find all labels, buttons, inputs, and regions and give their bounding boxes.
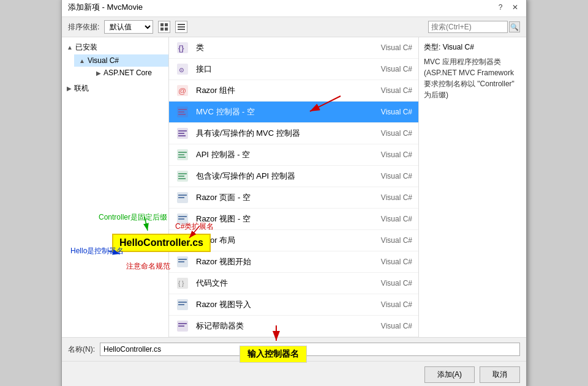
svg-rect-31: [178, 197, 184, 198]
item-category: Visual C#: [369, 193, 412, 202]
svg-text:⊙: ⊙: [179, 67, 184, 73]
list-view-button[interactable]: [175, 21, 187, 33]
item-category: Visual C#: [369, 43, 412, 52]
svg-rect-15: [178, 111, 184, 113]
item-name: 接口: [196, 64, 363, 75]
svg-rect-26: [178, 173, 187, 174]
list-item[interactable]: Razor 页面 - 空Visual C#: [169, 187, 418, 209]
item-name: Razor 布局: [196, 235, 363, 246]
svg-rect-18: [178, 130, 187, 132]
search-area: 🔍: [428, 21, 520, 33]
grid-view-button[interactable]: [158, 21, 170, 33]
sort-label: 排序依据:: [68, 22, 99, 32]
toolbar: 排序依据: 默认值 🔍: [62, 17, 526, 37]
main-content: ▲ 已安装 ▲ Visual C# ▶ ASP.NET Core ▶ 联机: [62, 37, 526, 337]
item-category: Visual C#: [369, 86, 412, 95]
item-icon: [175, 126, 190, 141]
type-description: MVC 应用程序控制器类(ASP.NET MVC Framework 要求控制名…: [424, 56, 521, 100]
item-name: Razor 视图 - 空: [196, 213, 363, 225]
svg-text:@: @: [178, 86, 186, 95]
svg-rect-28: [178, 178, 186, 179]
cancel-button[interactable]: 取消: [480, 366, 520, 383]
tree-arrow-installed: ▲: [67, 44, 73, 51]
item-name: MVC 控制器 - 空: [196, 106, 363, 117]
list-item[interactable]: 具有读/写操作的 MVC 控制器Visual C#: [169, 123, 418, 144]
list-item[interactable]: Razor 视图导入Visual C#: [169, 294, 418, 316]
list-item[interactable]: 包含读/写操作的 API 控制器Visual C#: [169, 166, 418, 187]
svg-rect-33: [178, 216, 187, 217]
list-item[interactable]: Razor 视图 - 空Visual C#: [169, 209, 418, 230]
list-item[interactable]: Razor 布局Visual C#: [169, 230, 418, 251]
svg-rect-3: [165, 28, 168, 31]
dialog: 添加新项 - MvcMovie ? ✕ 排序依据: 默认值 🔍 ▲ 已安装: [61, 0, 527, 386]
list-item[interactable]: Razor 视图开始Visual C#: [169, 251, 418, 273]
item-category: Visual C#: [369, 300, 412, 309]
item-icon: [175, 254, 190, 269]
item-category: Visual C#: [369, 258, 412, 266]
search-icon[interactable]: 🔍: [509, 21, 520, 32]
item-name: API 控制器 - 空: [196, 149, 363, 160]
tree-installed-label: 已安装: [75, 42, 97, 53]
svg-rect-19: [178, 133, 184, 134]
name-input[interactable]: [100, 343, 520, 356]
item-category: Visual C#: [369, 65, 412, 73]
bottom-bar: 名称(N):: [62, 337, 526, 361]
svg-rect-6: [178, 29, 185, 30]
left-panel: ▲ 已安装 ▲ Visual C# ▶ ASP.NET Core ▶ 联机: [62, 37, 169, 337]
item-name: Razor 页面 - 空: [196, 192, 363, 203]
name-label: 名称(N):: [68, 344, 95, 355]
item-icon: [175, 147, 190, 162]
svg-rect-4: [178, 24, 185, 25]
svg-rect-22: [178, 152, 187, 153]
list-item[interactable]: 标记帮助器类Visual C#: [169, 316, 418, 337]
tree-arrow-asp: ▶: [96, 70, 101, 76]
svg-rect-39: [178, 259, 187, 260]
sort-select[interactable]: 默认值: [104, 20, 153, 34]
item-icon: [175, 212, 190, 226]
item-icon: [175, 297, 190, 312]
item-icon: [175, 105, 190, 119]
item-name: 具有读/写操作的 MVC 控制器: [196, 128, 363, 139]
item-category: Visual C#: [369, 108, 412, 116]
svg-rect-2: [160, 28, 164, 31]
item-icon: [175, 190, 190, 205]
svg-rect-30: [178, 195, 187, 196]
help-button[interactable]: ?: [496, 2, 505, 12]
tree-asp-net[interactable]: ▶ ASP.NET Core: [74, 67, 168, 79]
item-category: Visual C#: [369, 150, 412, 159]
svg-rect-0: [160, 23, 164, 26]
svg-rect-34: [178, 218, 184, 220]
close-button[interactable]: ✕: [510, 2, 520, 12]
list-item[interactable]: {}类Visual C#: [169, 37, 418, 59]
title-bar-buttons: ? ✕: [496, 2, 520, 12]
item-icon: [175, 319, 190, 333]
item-category: Visual C#: [369, 236, 412, 245]
item-category: Visual C#: [369, 322, 412, 330]
item-category: Visual C#: [369, 279, 412, 288]
list-item[interactable]: @Razor 组件Visual C#: [169, 80, 418, 102]
svg-rect-14: [178, 109, 187, 110]
svg-rect-45: [178, 304, 184, 305]
svg-rect-37: [178, 240, 184, 241]
tree-visual-csharp[interactable]: ▲ Visual C#: [74, 54, 168, 67]
list-item[interactable]: { }代码文件Visual C#: [169, 273, 418, 294]
tree-asp-net-item[interactable]: ▶ ASP.NET Core: [91, 67, 168, 79]
list-item[interactable]: MVC 控制器 - 空Visual C#: [169, 102, 418, 123]
list-item[interactable]: API 控制器 - 空Visual C#: [169, 144, 418, 166]
list-item[interactable]: ⊙接口Visual C#: [169, 59, 418, 80]
svg-rect-1: [165, 23, 168, 26]
add-button[interactable]: 添加(A): [424, 366, 475, 383]
center-panel: {}类Visual C#⊙接口Visual C#@Razor 组件Visual …: [169, 37, 419, 337]
svg-rect-24: [178, 157, 186, 158]
tree-arrow-online: ▶: [67, 85, 72, 92]
search-input[interactable]: [428, 21, 508, 33]
svg-rect-16: [178, 114, 186, 115]
tree-installed[interactable]: ▲ 已安装: [62, 40, 168, 54]
dialog-title: 添加新项 - MvcMovie: [68, 2, 143, 13]
tree-online[interactable]: ▶ 联机: [62, 81, 168, 95]
item-name: Razor 组件: [196, 85, 363, 96]
svg-rect-23: [178, 154, 184, 155]
right-panel: 类型: Visual C# MVC 应用程序控制器类(ASP.NET MVC F…: [419, 37, 526, 337]
svg-rect-48: [178, 325, 184, 327]
item-name: 代码文件: [196, 278, 363, 289]
